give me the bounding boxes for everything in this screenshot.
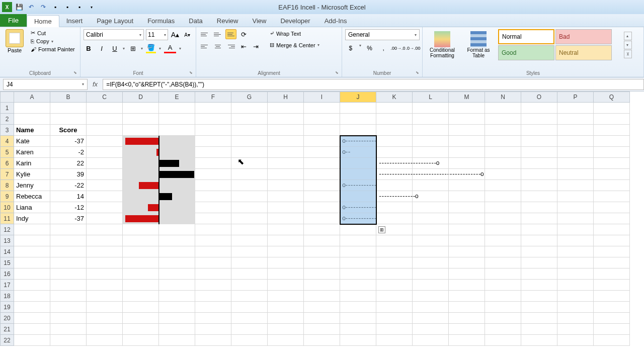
- row-header-14[interactable]: 14: [0, 246, 14, 257]
- cell-M15[interactable]: [449, 257, 485, 268]
- chevron-down-icon[interactable]: ▾: [123, 46, 125, 51]
- cell-L22[interactable]: [413, 335, 449, 346]
- cell-L21[interactable]: [413, 324, 449, 335]
- cell-K16[interactable]: [376, 268, 413, 280]
- cell-C21[interactable]: [87, 324, 123, 335]
- cell-A18[interactable]: [14, 291, 50, 302]
- cell-H2[interactable]: [268, 114, 304, 125]
- cell-O8[interactable]: [521, 180, 557, 191]
- cell-M7[interactable]: [449, 169, 485, 180]
- cell-H9[interactable]: [268, 191, 304, 202]
- cell-F21[interactable]: [195, 324, 231, 335]
- cell-M9[interactable]: [449, 191, 485, 202]
- cell-G19[interactable]: [231, 302, 268, 313]
- cell-Q14[interactable]: [594, 246, 630, 257]
- cell-M13[interactable]: [449, 235, 485, 246]
- cell-C3[interactable]: [87, 125, 123, 136]
- cell-L9[interactable]: [413, 191, 449, 202]
- cell-N3[interactable]: [485, 125, 521, 136]
- row-header-13[interactable]: 13: [0, 235, 14, 246]
- cell-D21[interactable]: [123, 324, 159, 335]
- cell-G11[interactable]: [231, 213, 268, 224]
- alignment-dialog-launcher[interactable]: ⬊: [335, 70, 340, 75]
- cell-J14[interactable]: [340, 246, 376, 257]
- qat-icon-2[interactable]: ▪: [62, 2, 72, 12]
- decrease-font-button[interactable]: A▾: [182, 30, 192, 40]
- cell-J11[interactable]: o-------------------------------------: [340, 213, 376, 224]
- row-header-21[interactable]: 21: [0, 324, 14, 335]
- save-icon[interactable]: 💾: [14, 2, 24, 12]
- cell-N20[interactable]: [485, 313, 521, 324]
- cell-K15[interactable]: [376, 257, 413, 268]
- cell-Q8[interactable]: [594, 180, 630, 191]
- cell-G14[interactable]: [231, 246, 268, 257]
- cell-Q12[interactable]: [594, 224, 630, 235]
- cell-Q5[interactable]: [594, 147, 630, 158]
- cell-B17[interactable]: [50, 280, 87, 291]
- cell-O21[interactable]: [521, 324, 557, 335]
- cell-N4[interactable]: [485, 136, 521, 147]
- cell-B20[interactable]: [50, 313, 87, 324]
- cell-P2[interactable]: [557, 114, 594, 125]
- cell-I6[interactable]: [304, 158, 340, 169]
- column-header-I[interactable]: I: [304, 92, 340, 103]
- cell-M20[interactable]: [449, 313, 485, 324]
- select-all-corner[interactable]: [0, 92, 14, 103]
- cell-G2[interactable]: [231, 114, 268, 125]
- cells-area[interactable]: NameScoreKate-37o-----------------------…: [14, 103, 630, 346]
- tab-insert[interactable]: Insert: [59, 15, 90, 27]
- number-format-select[interactable]: General▾: [345, 29, 420, 40]
- cell-E20[interactable]: [159, 313, 195, 324]
- clipboard-dialog-launcher[interactable]: ⬊: [73, 70, 78, 75]
- cell-F2[interactable]: [195, 114, 231, 125]
- cell-Q18[interactable]: [594, 291, 630, 302]
- cell-A17[interactable]: [14, 280, 50, 291]
- cell-H13[interactable]: [268, 235, 304, 246]
- cell-I9[interactable]: [304, 191, 340, 202]
- cell-D14[interactable]: [123, 246, 159, 257]
- cell-O18[interactable]: [521, 291, 557, 302]
- cell-I2[interactable]: [304, 114, 340, 125]
- cell-O12[interactable]: [521, 224, 557, 235]
- cell-H22[interactable]: [268, 335, 304, 346]
- cell-Q1[interactable]: [594, 103, 630, 114]
- tab-data[interactable]: Data: [182, 15, 209, 27]
- cell-E12[interactable]: [159, 224, 195, 235]
- cell-K10[interactable]: [376, 202, 413, 213]
- cell-M22[interactable]: [449, 335, 485, 346]
- cell-F10[interactable]: [195, 202, 231, 213]
- italic-button[interactable]: I: [97, 43, 107, 53]
- cell-F19[interactable]: [195, 302, 231, 313]
- font-dialog-launcher[interactable]: ⬊: [189, 70, 194, 75]
- cell-E19[interactable]: [159, 302, 195, 313]
- cell-C9[interactable]: [87, 191, 123, 202]
- column-header-L[interactable]: L: [413, 92, 449, 103]
- chevron-down-icon[interactable]: ▾: [359, 43, 361, 53]
- cell-C22[interactable]: [87, 335, 123, 346]
- cell-E18[interactable]: [159, 291, 195, 302]
- cell-N7[interactable]: [485, 169, 521, 180]
- cell-E13[interactable]: [159, 235, 195, 246]
- cell-G16[interactable]: [231, 268, 268, 280]
- cell-O11[interactable]: [521, 213, 557, 224]
- cell-O7[interactable]: [521, 169, 557, 180]
- cell-G9[interactable]: [231, 191, 268, 202]
- column-header-J[interactable]: J: [340, 92, 376, 103]
- cell-A16[interactable]: [14, 268, 50, 280]
- cell-I8[interactable]: [304, 180, 340, 191]
- cell-A9[interactable]: Rebecca: [14, 191, 50, 202]
- cell-O10[interactable]: [521, 202, 557, 213]
- cell-A1[interactable]: [14, 103, 50, 114]
- cell-D1[interactable]: [123, 103, 159, 114]
- cell-M8[interactable]: [449, 180, 485, 191]
- cell-G5[interactable]: [231, 147, 268, 158]
- cell-I16[interactable]: [304, 268, 340, 280]
- cell-P1[interactable]: [557, 103, 594, 114]
- column-header-A[interactable]: A: [14, 92, 50, 103]
- cell-M16[interactable]: [449, 268, 485, 280]
- font-name-select[interactable]: Calibri▾: [84, 29, 144, 40]
- cell-N21[interactable]: [485, 324, 521, 335]
- cell-I20[interactable]: [304, 313, 340, 324]
- tab-addins[interactable]: Add-Ins: [317, 15, 354, 27]
- cell-L1[interactable]: [413, 103, 449, 114]
